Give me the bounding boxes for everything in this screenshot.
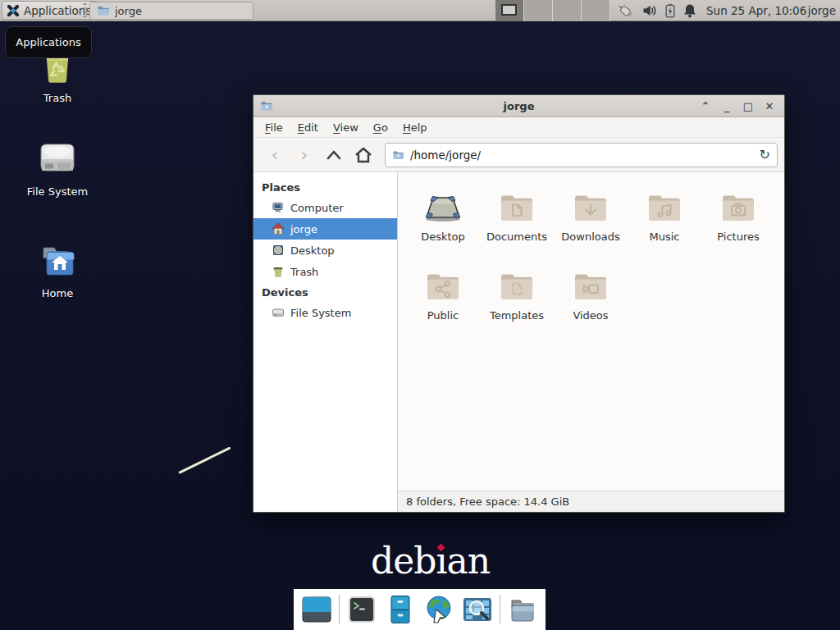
debian-logo: debıan xyxy=(371,540,490,582)
sidebar-item-file-system[interactable]: File System xyxy=(253,302,397,323)
file-item-label: Templates xyxy=(490,309,544,322)
applications-tooltip: Applications xyxy=(5,26,92,58)
sidebar-item-jorge[interactable]: jorge xyxy=(253,218,397,240)
directory-menu-icon[interactable] xyxy=(506,594,539,625)
home-icon xyxy=(354,146,373,164)
application-finder-icon[interactable] xyxy=(461,594,494,625)
desktop-icon-home[interactable]: Home xyxy=(18,241,97,299)
show-desktop-icon[interactable] xyxy=(300,594,333,625)
forward-button[interactable]: › xyxy=(290,142,319,168)
file-item-label: Documents xyxy=(486,231,547,243)
menubar: File Edit View Go Help xyxy=(253,117,784,138)
desktop-special-icon xyxy=(422,187,463,226)
workspace-window-preview xyxy=(501,4,517,16)
wallpaper-line xyxy=(178,446,231,473)
file-manager-icon[interactable] xyxy=(384,594,417,625)
file-item-downloads[interactable]: Downloads xyxy=(554,180,628,251)
menu-help[interactable]: Help xyxy=(396,119,434,136)
panel-user-menu[interactable]: jorge xyxy=(808,0,836,21)
sidebar: Places Computer jorge xyxy=(253,172,398,512)
file-item-label: Music xyxy=(650,231,680,243)
folder-icon xyxy=(97,4,110,17)
file-item-label: Videos xyxy=(573,309,608,322)
up-arrow-icon xyxy=(325,147,343,163)
file-manager-window: jorge ⌃ _ □ ✕ File Edit View Go Help ‹ › xyxy=(253,94,785,513)
file-item-public[interactable]: Public xyxy=(406,259,480,330)
desktop-icon-label: Trash xyxy=(43,92,71,104)
folder-documents-icon xyxy=(497,187,536,226)
notification-bell-icon[interactable] xyxy=(683,3,696,18)
back-button[interactable]: ‹ xyxy=(260,142,290,168)
drive-icon xyxy=(272,306,285,319)
path-input[interactable]: /home/jorge/ xyxy=(410,148,754,162)
sidebar-item-trash[interactable]: Trash xyxy=(253,261,397,282)
workspace-pager[interactable] xyxy=(495,0,610,21)
file-item-templates[interactable]: Templates xyxy=(480,259,554,330)
up-button[interactable] xyxy=(319,142,349,168)
red-roof-home-icon xyxy=(272,222,285,235)
workspace-1[interactable] xyxy=(495,0,524,21)
top-panel: Applications jorge xyxy=(0,0,840,21)
file-item-videos[interactable]: Videos xyxy=(554,259,628,330)
file-item-pictures[interactable]: Pictures xyxy=(701,180,775,251)
file-item-label: Desktop xyxy=(421,231,465,243)
statusbar: 8 folders, Free space: 14.4 GiB xyxy=(398,491,784,512)
reload-button[interactable]: ↻ xyxy=(760,147,770,162)
menu-edit[interactable]: Edit xyxy=(291,119,325,136)
dock-separator xyxy=(500,595,500,624)
file-item-label: Downloads xyxy=(561,231,619,243)
applications-menu-label: Applications xyxy=(24,4,91,17)
toolbar: ‹ › /home/jorge/ ↻ xyxy=(253,138,784,172)
menu-view[interactable]: View xyxy=(326,119,365,136)
system-tray xyxy=(615,0,696,21)
folder-videos-icon xyxy=(571,266,610,305)
sidebar-header-places: Places xyxy=(253,177,397,197)
folder-public-icon xyxy=(423,266,463,305)
power-plug-icon[interactable] xyxy=(615,2,635,19)
home-button[interactable] xyxy=(349,142,378,168)
menu-go[interactable]: Go xyxy=(367,119,395,136)
sidebar-item-desktop[interactable]: Desktop xyxy=(253,240,397,261)
workspace-4[interactable] xyxy=(582,0,610,21)
window-titlebar[interactable]: jorge ⌃ _ □ ✕ xyxy=(253,95,784,117)
sidebar-item-label: Desktop xyxy=(290,244,335,257)
folder-templates-icon xyxy=(497,266,536,305)
shade-button[interactable]: ⌃ xyxy=(697,98,714,114)
volume-icon[interactable] xyxy=(642,4,657,17)
panel-handle xyxy=(83,3,87,18)
maximize-button[interactable]: □ xyxy=(740,98,756,114)
home-folder-icon xyxy=(37,241,78,281)
taskbar-window-label: jorge xyxy=(115,5,142,17)
taskbar-window-button[interactable]: jorge xyxy=(89,2,253,20)
close-button[interactable]: ✕ xyxy=(761,98,778,114)
desktop-icon-label: Home xyxy=(42,287,73,299)
path-bar[interactable]: /home/jorge/ ↻ xyxy=(385,143,778,167)
web-browser-icon[interactable] xyxy=(422,594,455,625)
sidebar-header-devices: Devices xyxy=(253,282,397,302)
file-item-label: Pictures xyxy=(717,231,759,243)
file-view: Desktop Documents xyxy=(398,172,784,512)
sidebar-item-label: Computer xyxy=(290,202,344,214)
file-item-documents[interactable]: Documents xyxy=(480,180,554,251)
computer-icon xyxy=(272,201,285,214)
workspace-2[interactable] xyxy=(524,0,553,21)
desktop-icon xyxy=(272,244,285,257)
file-item-desktop[interactable]: Desktop xyxy=(406,180,480,251)
battery-charging-icon[interactable] xyxy=(664,3,676,18)
panel-clock[interactable]: Sun 25 Apr, 10:06 xyxy=(706,0,806,21)
workspace-3[interactable] xyxy=(553,0,582,21)
dock-separator xyxy=(339,595,340,624)
file-item-music[interactable]: Music xyxy=(628,180,701,251)
menu-file[interactable]: File xyxy=(258,119,290,136)
desktop-icon-file-system[interactable]: File System xyxy=(18,138,97,198)
terminal-icon[interactable] xyxy=(345,594,378,625)
minimize-button[interactable]: _ xyxy=(719,98,735,114)
debian-logo-i-dot: ı xyxy=(436,540,446,582)
folder-pictures-icon xyxy=(719,187,758,226)
desktop: Applications jorge xyxy=(0,0,840,630)
sidebar-item-label: File System xyxy=(290,307,351,319)
sidebar-item-label: jorge xyxy=(290,223,317,235)
sidebar-item-computer[interactable]: Computer xyxy=(253,197,397,218)
xfce-applications-icon xyxy=(7,4,20,17)
folder-music-icon xyxy=(645,187,684,226)
